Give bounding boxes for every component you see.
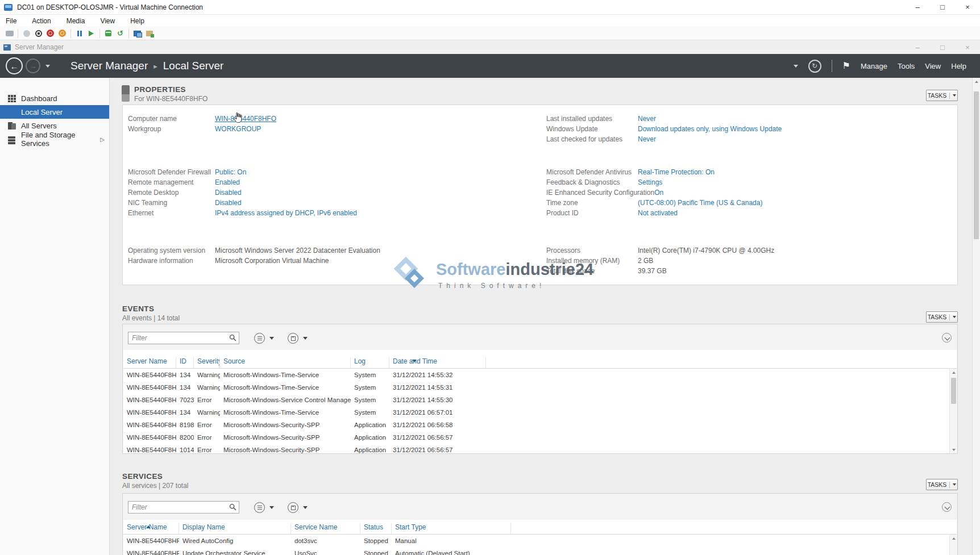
revert-icon[interactable]: ↺ xyxy=(115,28,126,39)
menu-action[interactable]: Action xyxy=(32,17,51,25)
breadcrumb-root[interactable]: Server Manager xyxy=(70,60,148,72)
turn-off-icon[interactable] xyxy=(33,28,44,39)
services-collapse-chevron-icon[interactable] xyxy=(942,502,952,512)
scrollbar-thumb[interactable] xyxy=(974,91,979,239)
filter-criteria-icon[interactable] xyxy=(254,333,265,344)
table-row[interactable]: WIN-8E5440F8HFO134WarningMicrosoft-Windo… xyxy=(123,381,957,394)
back-button[interactable]: ← xyxy=(6,57,23,74)
scroll-up-icon[interactable] xyxy=(950,369,957,376)
events-collapse-chevron-icon[interactable] xyxy=(942,333,952,343)
property-value-link[interactable]: Never xyxy=(638,135,656,143)
sm-maximize-button[interactable]: □ xyxy=(930,40,955,54)
enhanced-session-icon[interactable] xyxy=(132,28,143,39)
menu-view[interactable]: View xyxy=(100,17,115,25)
filter-criteria-caret-icon[interactable] xyxy=(269,337,274,340)
help-menu[interactable]: Help xyxy=(951,62,966,70)
save-query-icon[interactable] xyxy=(288,333,298,344)
start-icon[interactable] xyxy=(21,28,32,39)
view-menu[interactable]: View xyxy=(925,62,941,70)
sidebar-item-file-storage-services[interactable]: File and Storage Services ▷ xyxy=(0,132,109,146)
property-value-link[interactable]: WIN-8E5440F8HFO xyxy=(215,115,276,123)
column-header-server-name[interactable]: Server Name xyxy=(123,523,179,534)
services-tasks-button[interactable]: TASKS xyxy=(926,479,958,490)
table-row[interactable]: WIN-8E5440F8HFO8198ErrorMicrosoft-Window… xyxy=(123,419,957,431)
table-row[interactable]: WIN-8E5440F8HFO1014ErrorMicrosoft-Window… xyxy=(123,444,957,454)
properties-tasks-button[interactable]: TASKS xyxy=(926,90,958,101)
breadcrumb-current[interactable]: Local Server xyxy=(163,60,224,72)
property-value-link[interactable]: WORKGROUP xyxy=(215,125,261,133)
table-row[interactable]: WIN-8E5440F8HFOUpdate Orchestrator Servi… xyxy=(123,547,957,555)
table-row[interactable]: WIN-8E5440F8HFO7023ErrorMicrosoft-Window… xyxy=(123,394,957,406)
sm-close-button[interactable]: × xyxy=(955,40,980,54)
column-header-service-name[interactable]: Service Name xyxy=(291,523,360,534)
scroll-up-icon[interactable] xyxy=(950,535,957,542)
events-tasks-button[interactable]: TASKS xyxy=(926,311,958,323)
services-scrollbar[interactable] xyxy=(949,535,957,555)
share-icon[interactable] xyxy=(144,28,155,39)
menu-help[interactable]: Help xyxy=(130,17,144,25)
refresh-caret-icon[interactable] xyxy=(794,65,798,68)
events-table-body: WIN-8E5440F8HFO134WarningMicrosoft-Windo… xyxy=(123,369,957,454)
checkpoint-icon[interactable] xyxy=(103,28,114,39)
property-value-link[interactable]: On xyxy=(654,189,663,197)
column-header-id[interactable]: ID xyxy=(176,357,194,368)
vm-close-button[interactable]: × xyxy=(955,0,980,14)
services-title: SERVICES xyxy=(122,472,163,481)
menu-media[interactable]: Media xyxy=(67,17,85,25)
property-value-link[interactable]: (UTC-08:00) Pacific Time (US & Canada) xyxy=(638,199,762,207)
menu-file[interactable]: File xyxy=(6,17,16,25)
property-value-link[interactable]: Enabled xyxy=(215,178,240,186)
events-scrollbar[interactable] xyxy=(949,369,957,453)
expand-chevron-icon[interactable]: ▷ xyxy=(100,136,105,143)
pause-icon[interactable] xyxy=(74,28,85,39)
save-query-icon[interactable] xyxy=(288,502,298,513)
property-value-link[interactable]: Public: On xyxy=(215,168,246,176)
column-header-server-name[interactable]: Server Name xyxy=(123,357,176,368)
property-value-link[interactable]: Settings xyxy=(638,178,662,186)
events-filter-input[interactable] xyxy=(128,332,239,344)
column-header-date-and-time[interactable]: Date and Time xyxy=(389,357,486,368)
shut-down-icon[interactable] xyxy=(45,28,56,39)
filter-criteria-icon[interactable] xyxy=(254,502,265,513)
column-header-log[interactable]: Log xyxy=(351,357,389,368)
nav-history-caret-icon[interactable] xyxy=(45,65,50,68)
manage-menu[interactable]: Manage xyxy=(861,62,887,70)
save-query-caret-icon[interactable] xyxy=(303,506,308,509)
scroll-down-icon[interactable] xyxy=(950,446,957,453)
property-value-link[interactable]: Not activated xyxy=(638,209,678,217)
table-row[interactable]: WIN-8E5440F8HFO134WarningMicrosoft-Windo… xyxy=(123,369,957,381)
column-header-source[interactable]: Source xyxy=(220,357,351,368)
save-icon[interactable] xyxy=(57,28,68,39)
vm-window-title: DC01 on DESKTOP-OLOSJMR - Virtual Machin… xyxy=(17,3,203,11)
forward-button[interactable]: → xyxy=(26,59,40,73)
table-row[interactable]: WIN-8E5440F8HFO8200ErrorMicrosoft-Window… xyxy=(123,431,957,444)
property-value-link[interactable]: Real-Time Protection: On xyxy=(638,168,715,176)
tools-menu[interactable]: Tools xyxy=(898,62,915,70)
sm-minimize-button[interactable]: – xyxy=(905,40,930,54)
column-header-severity[interactable]: Severity xyxy=(194,357,220,368)
column-header-start-type[interactable]: Start Type xyxy=(392,523,511,534)
notifications-flag-icon[interactable]: ⚑ xyxy=(842,61,850,70)
save-query-caret-icon[interactable] xyxy=(303,337,308,340)
refresh-icon[interactable]: ↻ xyxy=(808,60,821,73)
sidebar-item-dashboard[interactable]: Dashboard xyxy=(0,91,109,105)
reset-icon[interactable] xyxy=(86,28,97,39)
property-value-link[interactable]: Disabled xyxy=(215,189,242,197)
main-scrollbar[interactable] xyxy=(972,78,980,555)
column-header-display-name[interactable]: Display Name xyxy=(179,523,291,534)
scroll-up-icon[interactable] xyxy=(973,78,980,85)
filter-criteria-caret-icon[interactable] xyxy=(269,506,274,509)
sidebar-item-local-server[interactable]: Local Server xyxy=(0,105,109,119)
vm-maximize-button[interactable]: □ xyxy=(930,0,955,14)
property-value-link[interactable]: Never xyxy=(638,115,656,123)
ctrl-alt-del-icon[interactable] xyxy=(4,28,15,39)
property-value-link[interactable]: Disabled xyxy=(215,199,242,207)
table-row[interactable]: WIN-8E5440F8HFOWired AutoConfigdot3svcSt… xyxy=(123,535,957,547)
property-value-link[interactable]: IPv4 address assigned by DHCP, IPv6 enab… xyxy=(215,209,357,217)
services-filter-input[interactable] xyxy=(128,501,239,514)
table-row[interactable]: WIN-8E5440F8HFO134WarningMicrosoft-Windo… xyxy=(123,406,957,419)
property-value-link[interactable]: Download updates only, using Windows Upd… xyxy=(638,125,782,133)
vm-minimize-button[interactable]: – xyxy=(905,0,930,14)
column-header-status[interactable]: Status xyxy=(360,523,392,534)
scrollbar-thumb[interactable] xyxy=(951,378,956,404)
